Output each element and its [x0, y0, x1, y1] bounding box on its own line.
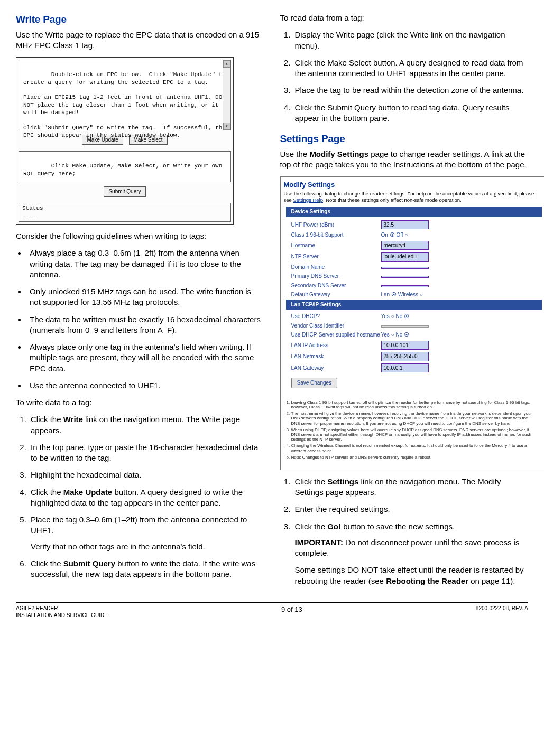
device-rows: UHF Power (dBm)32.5Class 1 96-bit Suppor… — [281, 219, 545, 300]
settings-label: Vendor Class Identifier — [291, 322, 381, 330]
settings-help-link[interactable]: Settings Help — [293, 197, 323, 203]
settings-input[interactable]: 10.0.0.1 — [381, 363, 429, 373]
settings-input[interactable] — [381, 276, 429, 278]
write-step: Place the tag 0.3–0.6m (1–2ft) from the … — [29, 515, 264, 552]
guideline-item: Always place only one tag in the antenna… — [26, 342, 264, 374]
settings-row: LAN IP Address10.0.0.101 — [281, 340, 545, 351]
write-step-sub: Verify that no other tags are in the ant… — [31, 542, 264, 552]
settings-label: Use DHCP? — [291, 313, 381, 320]
fig1-top-pane: Double-click an EPC below. Click "Make U… — [19, 60, 231, 130]
footer-right: 8200-0222-08, REV. A — [476, 605, 528, 619]
settings-label: Hostname — [291, 242, 381, 249]
footer-left: AGILE2 READER INSTALLATION AND SERVICE G… — [16, 605, 108, 619]
write-step: Click the Submit Query button to write t… — [29, 558, 264, 580]
fig2-footnotes: Leaving Class 1 96-bit support turned of… — [281, 398, 545, 465]
settings-row: Use DHCP?Yes ○ No ⦿ — [281, 312, 545, 321]
fig2-intro: Use the following dialog to change the r… — [281, 191, 545, 207]
write-steps-list: Click the Write link on the navigation m… — [16, 414, 264, 580]
settings-input[interactable]: 10.0.0.101 — [381, 341, 429, 350]
read-step: Place the tag to be read within the dete… — [293, 85, 529, 96]
settings-step: Enter the required settings. — [293, 504, 529, 515]
submit-query-button[interactable]: Submit Query — [104, 186, 145, 197]
footnote-item: Leaving Class 1 96-bit support turned of… — [291, 400, 534, 409]
footnote-item: The hostname will give the device a name… — [291, 411, 534, 426]
page-footer: AGILE2 READER INSTALLATION AND SERVICE G… — [16, 602, 528, 619]
status-label: Status — [22, 205, 43, 211]
guideline-item: Always place a tag 0.3–0.6m (1–2ft) from… — [26, 248, 264, 280]
settings-row: Secondary DNS Server — [281, 281, 545, 291]
read-steps-list: Display the Write page (click the Write … — [280, 30, 529, 124]
lan-rows: Use DHCP?Yes ○ No ⦿Vendor Class Identifi… — [281, 312, 545, 374]
settings-row: LAN Gateway10.0.0.1 — [281, 362, 545, 374]
fig1-button-row-2: Submit Query — [16, 184, 233, 201]
status-dash: ---- — [22, 212, 36, 219]
settings-input[interactable]: 32.5 — [381, 220, 429, 230]
settings-row: UHF Power (dBm)32.5 — [281, 219, 545, 231]
fig1-top-text: Double-click an EPC below. Click "Make U… — [23, 71, 229, 138]
settings-radio-group[interactable]: Yes ○ No ⦿ — [381, 313, 409, 320]
settings-step-sub: Some settings DO NOT take effect until t… — [295, 565, 529, 586]
write-step: Click the Make Update button. A query de… — [29, 487, 264, 509]
write-page-figure: Double-click an EPC below. Click "Make U… — [16, 57, 234, 225]
settings-input[interactable]: 255.255.255.0 — [381, 352, 429, 361]
write-intro: Use the Write page to replace the EPC da… — [16, 30, 264, 51]
guideline-item: Only unlocked 915 MHz tags can be used. … — [26, 286, 264, 308]
settings-input[interactable] — [381, 267, 429, 269]
guidelines-list: Always place a tag 0.3–0.6m (1–2ft) from… — [16, 248, 264, 391]
modify-settings-figure: Modify Settings Use the following dialog… — [280, 176, 545, 470]
settings-label: Primary DNS Server — [291, 273, 381, 280]
fig1-mid-pane[interactable]: Click Make Update, Make Select, or write… — [19, 151, 231, 182]
settings-step: Click the Settings link on the navigatio… — [293, 477, 529, 498]
write-step: Highlight the hexadecimal data. — [29, 470, 264, 480]
save-changes-button[interactable]: Save Changes — [291, 378, 338, 388]
write-step: In the top pane, type or paste the 16-ch… — [29, 442, 264, 464]
settings-step-sub: IMPORTANT: Do not disconnect power until… — [295, 537, 529, 559]
read-step: Display the Write page (click the Write … — [293, 30, 529, 51]
settings-input[interactable]: mercury4 — [381, 241, 429, 250]
scroll-down-icon[interactable]: ▾ — [223, 123, 230, 130]
footer-page-num: 9 of 13 — [108, 605, 476, 619]
to-write-intro: To write data to a tag: — [16, 397, 264, 408]
lan-settings-header: Lan TCP/IP Settings — [286, 300, 542, 310]
footer-doc-title: AGILE2 READER — [16, 605, 108, 612]
settings-label: Class 1 96-bit Support — [291, 231, 381, 239]
read-intro: To read data from a tag: — [280, 13, 529, 23]
right-column: To read data from a tag: Display the Wri… — [280, 13, 529, 593]
read-step: Click the Submit Query button to read ta… — [293, 102, 529, 124]
settings-radio-group[interactable]: On ⦿ Off ○ — [381, 231, 408, 239]
settings-step: Click the Go! button to save the new set… — [293, 521, 529, 586]
device-settings-header: Device Settings — [286, 207, 542, 217]
settings-steps-list: Click the Settings link on the navigatio… — [280, 477, 529, 586]
fig1-mid-text: Click Make Update, Make Select, or write… — [23, 163, 226, 176]
footer-doc-sub: INSTALLATION AND SERVICE GUIDE — [16, 612, 108, 619]
settings-row: NTP Serverlouie.udel.edu — [281, 251, 545, 263]
scroll-up-icon[interactable]: ▴ — [223, 60, 230, 68]
two-column-layout: Write Page Use the Write page to replace… — [16, 13, 528, 593]
scrollbar[interactable]: ▴ ▾ — [223, 60, 230, 130]
footnote-item: Changing the Wireless Channel is not rec… — [291, 443, 534, 453]
settings-row: Primary DNS Server — [281, 272, 545, 281]
settings-radio-group[interactable]: Yes ○ No ⦿ — [381, 331, 409, 339]
guidelines-intro: Consider the following guidelines when w… — [16, 231, 264, 241]
settings-intro: Use the Modify Settings page to change r… — [280, 149, 529, 171]
settings-input[interactable] — [381, 325, 429, 328]
guideline-item: Use the antenna connected to UHF1. — [26, 380, 264, 391]
settings-row: Use DHCP-Server supplied hostnameYes ○ N… — [281, 330, 545, 340]
settings-row: LAN Netmask255.255.255.0 — [281, 351, 545, 362]
footnote-item: When using DHCP, assigning values here w… — [291, 427, 534, 442]
settings-row: Hostnamemercury4 — [281, 240, 545, 251]
left-column: Write Page Use the Write page to replace… — [16, 13, 264, 593]
settings-input[interactable] — [381, 285, 429, 287]
read-step: Click the Make Select button. A query de… — [293, 58, 529, 79]
settings-label: LAN IP Address — [291, 342, 381, 349]
settings-row: Default GatewayLan ⦿ Wireless ○ — [281, 290, 545, 300]
settings-label: NTP Server — [291, 253, 381, 260]
settings-input[interactable]: louie.udel.edu — [381, 252, 429, 262]
settings-row: Vendor Class Identifier — [281, 321, 545, 331]
settings-radio-group[interactable]: Lan ⦿ Wireless ○ — [381, 291, 423, 298]
guideline-item: The data to be written must be exactly 1… — [26, 314, 264, 336]
settings-label: LAN Netmask — [291, 353, 381, 360]
settings-page-heading: Settings Page — [280, 132, 529, 146]
settings-label: Default Gateway — [291, 291, 381, 298]
write-page-heading: Write Page — [16, 13, 264, 26]
